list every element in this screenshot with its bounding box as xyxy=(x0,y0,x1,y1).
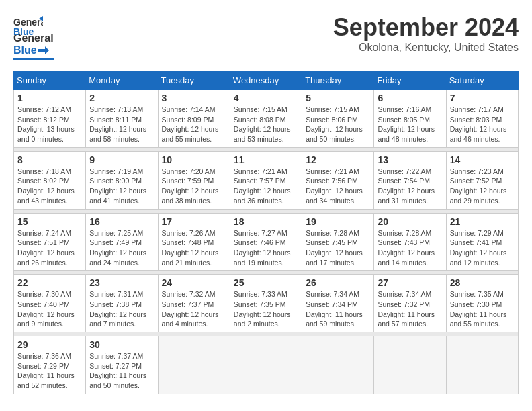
day-info: Sunrise: 7:37 AMSunset: 7:27 PMDaylight:… xyxy=(89,351,154,391)
day-info: Sunrise: 7:34 AMSunset: 7:34 PMDaylight:… xyxy=(306,289,370,329)
day-number: 27 xyxy=(378,277,442,288)
day-number: 25 xyxy=(234,277,298,288)
day-info: Sunrise: 7:17 AMSunset: 8:03 PMDaylight:… xyxy=(450,105,515,144)
calendar-day-6: 6Sunrise: 7:16 AMSunset: 8:05 PMDaylight… xyxy=(374,90,446,148)
day-info: Sunrise: 7:12 AMSunset: 8:12 PMDaylight:… xyxy=(17,105,82,144)
day-number: 11 xyxy=(234,154,298,165)
calendar-week-row: 29Sunrise: 7:36 AMSunset: 7:29 PMDayligh… xyxy=(14,336,519,394)
calendar-day-22: 22Sunrise: 7:30 AMSunset: 7:40 PMDayligh… xyxy=(14,275,86,332)
day-info: Sunrise: 7:23 AMSunset: 7:52 PMDaylight:… xyxy=(450,167,515,206)
day-info: Sunrise: 7:14 AMSunset: 8:09 PMDaylight:… xyxy=(162,105,226,144)
calendar-day-21: 21Sunrise: 7:29 AMSunset: 7:41 PMDayligh… xyxy=(446,213,518,271)
empty-day xyxy=(302,336,374,394)
calendar-header-row: SundayMondayTuesdayWednesdayThursdayFrid… xyxy=(14,71,519,90)
calendar-day-5: 5Sunrise: 7:15 AMSunset: 8:06 PMDaylight… xyxy=(302,90,374,148)
calendar-day-9: 9Sunrise: 7:19 AMSunset: 8:00 PMDaylight… xyxy=(86,151,158,209)
calendar-day-8: 8Sunrise: 7:18 AMSunset: 8:02 PMDaylight… xyxy=(14,151,86,209)
day-info: Sunrise: 7:28 AMSunset: 7:43 PMDaylight:… xyxy=(378,228,442,268)
logo-icon xyxy=(38,45,49,56)
day-info: Sunrise: 7:27 AMSunset: 7:46 PMDaylight:… xyxy=(234,228,298,268)
day-number: 16 xyxy=(89,216,154,227)
day-info: Sunrise: 7:32 AMSunset: 7:37 PMDaylight:… xyxy=(162,289,226,329)
calendar-day-3: 3Sunrise: 7:14 AMSunset: 8:09 PMDaylight… xyxy=(158,90,230,148)
calendar-day-17: 17Sunrise: 7:26 AMSunset: 7:48 PMDayligh… xyxy=(158,213,230,271)
day-info: Sunrise: 7:18 AMSunset: 8:02 PMDaylight:… xyxy=(17,167,82,206)
location: Okolona, Kentucky, United States xyxy=(333,42,519,54)
day-number: 6 xyxy=(378,93,442,103)
day-number: 21 xyxy=(450,216,515,227)
day-header-friday: Friday xyxy=(374,71,446,90)
calendar-day-19: 19Sunrise: 7:28 AMSunset: 7:45 PMDayligh… xyxy=(302,213,374,271)
day-number: 30 xyxy=(89,339,154,350)
logo: General Blue General Blue xyxy=(13,13,54,60)
day-number: 23 xyxy=(89,277,154,288)
calendar-day-26: 26Sunrise: 7:34 AMSunset: 7:34 PMDayligh… xyxy=(302,275,374,332)
header: General Blue General Blue September 2024… xyxy=(13,13,519,60)
day-header-wednesday: Wednesday xyxy=(230,71,302,90)
month-title: September 2024 xyxy=(333,13,519,42)
empty-day xyxy=(158,336,230,394)
calendar-day-23: 23Sunrise: 7:31 AMSunset: 7:38 PMDayligh… xyxy=(86,275,158,332)
day-number: 4 xyxy=(234,93,298,103)
calendar-day-10: 10Sunrise: 7:20 AMSunset: 7:59 PMDayligh… xyxy=(158,151,230,209)
day-header-sunday: Sunday xyxy=(14,71,86,90)
calendar-day-28: 28Sunrise: 7:35 AMSunset: 7:30 PMDayligh… xyxy=(446,275,518,332)
title-area: September 2024 Okolona, Kentucky, United… xyxy=(333,13,519,54)
calendar: SundayMondayTuesdayWednesdayThursdayFrid… xyxy=(13,71,519,394)
calendar-day-13: 13Sunrise: 7:22 AMSunset: 7:54 PMDayligh… xyxy=(374,151,446,209)
day-info: Sunrise: 7:20 AMSunset: 7:59 PMDaylight:… xyxy=(162,167,226,206)
day-info: Sunrise: 7:15 AMSunset: 8:08 PMDaylight:… xyxy=(234,105,298,144)
day-number: 2 xyxy=(89,93,154,103)
day-number: 20 xyxy=(378,216,442,227)
day-header-monday: Monday xyxy=(86,71,158,90)
calendar-day-15: 15Sunrise: 7:24 AMSunset: 7:51 PMDayligh… xyxy=(14,213,86,271)
calendar-day-4: 4Sunrise: 7:15 AMSunset: 8:08 PMDaylight… xyxy=(230,90,302,148)
day-number: 15 xyxy=(17,216,82,227)
calendar-day-1: 1Sunrise: 7:12 AMSunset: 8:12 PMDaylight… xyxy=(14,90,86,148)
day-info: Sunrise: 7:35 AMSunset: 7:30 PMDaylight:… xyxy=(450,289,515,329)
day-number: 3 xyxy=(162,93,226,103)
day-number: 1 xyxy=(17,93,82,103)
calendar-day-12: 12Sunrise: 7:21 AMSunset: 7:56 PMDayligh… xyxy=(302,151,374,209)
svg-marker-3 xyxy=(38,46,49,54)
day-number: 14 xyxy=(450,154,515,165)
calendar-day-14: 14Sunrise: 7:23 AMSunset: 7:52 PMDayligh… xyxy=(446,151,518,209)
day-number: 28 xyxy=(450,277,515,288)
calendar-day-2: 2Sunrise: 7:13 AMSunset: 8:11 PMDaylight… xyxy=(86,90,158,148)
day-header-saturday: Saturday xyxy=(446,71,518,90)
day-number: 8 xyxy=(17,154,82,165)
calendar-week-row: 15Sunrise: 7:24 AMSunset: 7:51 PMDayligh… xyxy=(14,213,519,271)
day-header-tuesday: Tuesday xyxy=(158,71,230,90)
day-info: Sunrise: 7:13 AMSunset: 8:11 PMDaylight:… xyxy=(89,105,154,144)
day-number: 10 xyxy=(162,154,226,165)
day-number: 17 xyxy=(162,216,226,227)
calendar-week-row: 8Sunrise: 7:18 AMSunset: 8:02 PMDaylight… xyxy=(14,151,519,209)
day-info: Sunrise: 7:16 AMSunset: 8:05 PMDaylight:… xyxy=(378,105,442,144)
day-number: 18 xyxy=(234,216,298,227)
day-info: Sunrise: 7:29 AMSunset: 7:41 PMDaylight:… xyxy=(450,228,515,268)
day-info: Sunrise: 7:15 AMSunset: 8:06 PMDaylight:… xyxy=(306,105,370,144)
day-info: Sunrise: 7:34 AMSunset: 7:32 PMDaylight:… xyxy=(378,289,442,329)
day-info: Sunrise: 7:24 AMSunset: 7:51 PMDaylight:… xyxy=(17,228,82,268)
calendar-day-16: 16Sunrise: 7:25 AMSunset: 7:49 PMDayligh… xyxy=(86,213,158,271)
calendar-week-row: 1Sunrise: 7:12 AMSunset: 8:12 PMDaylight… xyxy=(14,90,519,148)
day-info: Sunrise: 7:19 AMSunset: 8:00 PMDaylight:… xyxy=(89,167,154,206)
day-info: Sunrise: 7:31 AMSunset: 7:38 PMDaylight:… xyxy=(89,289,154,329)
day-header-thursday: Thursday xyxy=(302,71,374,90)
day-number: 29 xyxy=(17,339,82,350)
day-info: Sunrise: 7:26 AMSunset: 7:48 PMDaylight:… xyxy=(162,228,226,268)
day-info: Sunrise: 7:33 AMSunset: 7:35 PMDaylight:… xyxy=(234,289,298,329)
day-number: 9 xyxy=(89,154,154,165)
calendar-day-7: 7Sunrise: 7:17 AMSunset: 8:03 PMDaylight… xyxy=(446,90,518,148)
logo-blue: Blue xyxy=(13,44,37,56)
calendar-day-27: 27Sunrise: 7:34 AMSunset: 7:32 PMDayligh… xyxy=(374,275,446,332)
calendar-day-18: 18Sunrise: 7:27 AMSunset: 7:46 PMDayligh… xyxy=(230,213,302,271)
calendar-day-25: 25Sunrise: 7:33 AMSunset: 7:35 PMDayligh… xyxy=(230,275,302,332)
day-number: 26 xyxy=(306,277,370,288)
empty-day xyxy=(374,336,446,394)
day-info: Sunrise: 7:36 AMSunset: 7:29 PMDaylight:… xyxy=(17,351,82,391)
calendar-day-20: 20Sunrise: 7:28 AMSunset: 7:43 PMDayligh… xyxy=(374,213,446,271)
calendar-week-row: 22Sunrise: 7:30 AMSunset: 7:40 PMDayligh… xyxy=(14,275,519,332)
day-number: 22 xyxy=(17,277,82,288)
day-info: Sunrise: 7:21 AMSunset: 7:57 PMDaylight:… xyxy=(234,167,298,206)
